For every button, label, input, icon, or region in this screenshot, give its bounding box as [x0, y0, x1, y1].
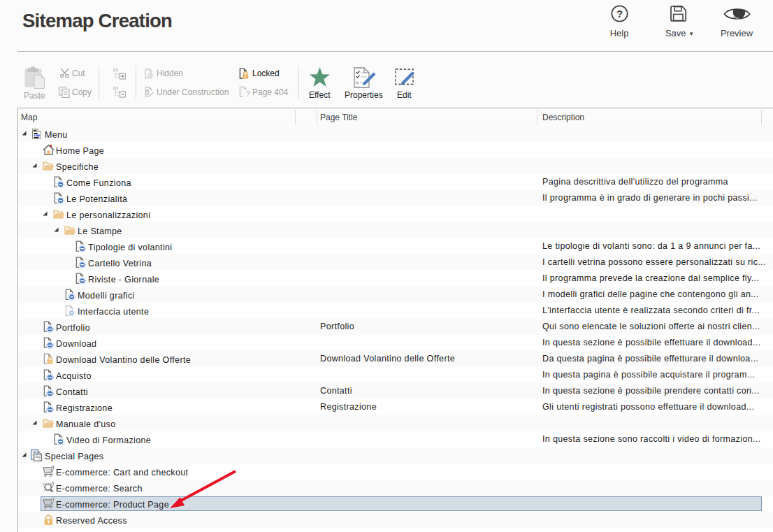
svg-text:?: ?: [246, 89, 251, 98]
svg-text:?: ?: [616, 8, 623, 20]
